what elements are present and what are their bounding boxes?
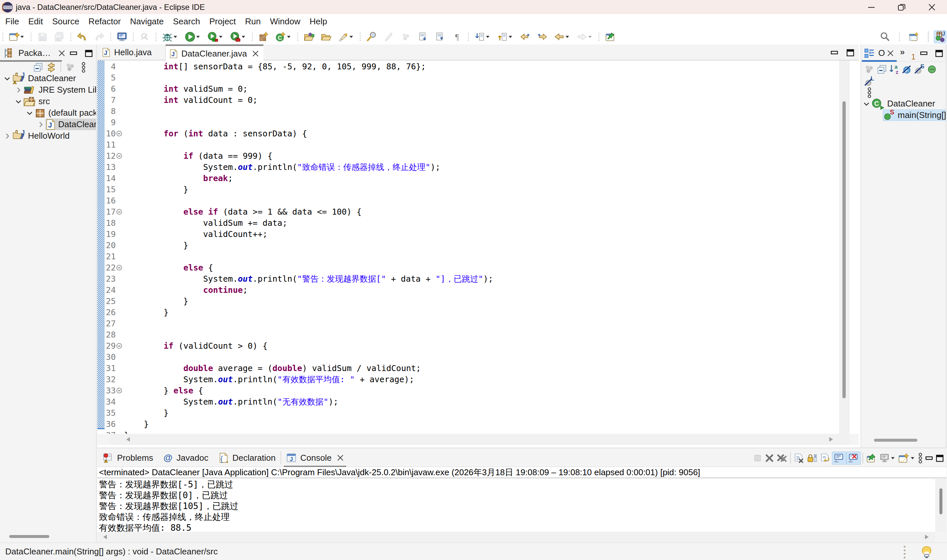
dropdown-arrow-icon[interactable] (348, 30, 354, 43)
hide-non-public-button[interactable] (925, 64, 938, 75)
view-overflow-indicator[interactable]: »1 (900, 47, 920, 60)
console-output[interactable]: 警告：发现越界数据[-5]，已跳过警告：发现越界数据[0]，已跳过警告：发现越界… (97, 479, 935, 532)
expand-export-button[interactable] (494, 30, 517, 43)
external-tools-button[interactable] (227, 30, 249, 43)
next-annotation-button[interactable] (414, 30, 431, 43)
menu-project[interactable]: Project (205, 17, 240, 27)
minimize-view-icon[interactable] (920, 49, 928, 57)
run-button[interactable] (182, 30, 204, 43)
fold-collapse-icon[interactable] (116, 388, 122, 393)
view-menu-button[interactable] (77, 62, 90, 72)
debug-button[interactable] (159, 30, 182, 43)
dropdown-arrow-icon[interactable] (508, 30, 513, 43)
save-button[interactable] (34, 30, 51, 43)
fold-collapse-icon[interactable] (116, 131, 122, 136)
tree-item-datacleaner-java[interactable]: JDataCleaner.java (0, 118, 97, 130)
chevron-down-icon[interactable] (26, 109, 34, 117)
editor-content[interactable]: 4567891011121314151617181920212223242526… (97, 60, 859, 434)
menu-navigate[interactable]: Navigate (125, 17, 168, 27)
mark-occurrences-button[interactable] (136, 30, 153, 43)
highlight-marker-button[interactable] (335, 30, 357, 43)
dropdown-arrow-icon[interactable] (587, 30, 593, 43)
new-class-button[interactable]: C (272, 30, 295, 43)
code-text[interactable]: int[] sensorData = {85, -5, 92, 0, 105, … (124, 61, 493, 434)
maximize-view-icon[interactable] (935, 49, 943, 57)
hide-static-button[interactable]: S (913, 64, 925, 75)
hide-fields-button[interactable]: F (901, 64, 913, 75)
dropdown-arrow-icon[interactable] (195, 30, 201, 43)
close-icon[interactable] (887, 49, 895, 57)
minimize-view-icon[interactable] (70, 49, 78, 57)
fold-collapse-icon[interactable] (116, 153, 122, 159)
menu-edit[interactable]: Edit (24, 17, 48, 27)
maximize-button[interactable] (935, 452, 945, 465)
save-all-button[interactable] (51, 30, 68, 43)
tree-item-main-string-args-void[interactable]: Smain(String[] args) : void (861, 109, 946, 121)
terminate-button[interactable] (752, 452, 764, 465)
display-selected-console-button[interactable] (878, 452, 897, 465)
dropdown-arrow-icon[interactable] (890, 457, 896, 460)
word-wrap-button[interactable] (819, 452, 832, 465)
dropdown-arrow-icon[interactable] (286, 30, 292, 43)
console-hscrollbar[interactable] (97, 532, 935, 543)
package-explorer-hscrollbar[interactable] (9, 535, 49, 538)
editor-tab-hello-java[interactable]: JHello.java (97, 45, 166, 60)
collapse-import-button[interactable] (471, 30, 494, 43)
undo-button[interactable] (74, 30, 91, 43)
scroll-left-icon[interactable] (103, 535, 107, 539)
coverage-button[interactable] (204, 30, 227, 43)
minimize-button[interactable] (924, 452, 935, 465)
tab-package-explorer[interactable]: Package Explorer (3, 45, 66, 62)
chevron-down-icon[interactable] (862, 100, 870, 108)
menu-source[interactable]: Source (48, 17, 84, 27)
focus-disabled-button[interactable] (64, 62, 77, 72)
chevron-right-icon[interactable] (14, 86, 22, 94)
tab-outline[interactable]: Outline (864, 45, 895, 62)
forward-to-edit-button[interactable] (534, 30, 551, 43)
console-vscrollbar[interactable] (939, 488, 942, 514)
focus-disabled-button[interactable] (863, 64, 876, 75)
remove-launch-button[interactable] (764, 452, 775, 465)
open-perspective-button[interactable] (905, 30, 923, 43)
editor-vscrollbar[interactable] (842, 101, 846, 398)
outline-hscrollbar[interactable] (874, 439, 918, 442)
tree-item-src[interactable]: src (0, 95, 97, 107)
editor-outline-sash[interactable] (859, 45, 861, 448)
clear-console-button[interactable] (793, 452, 805, 465)
close-icon[interactable] (251, 50, 259, 57)
close-window-button[interactable] (917, 0, 947, 14)
search-flashlight-button[interactable] (363, 30, 380, 43)
chevron-right-icon[interactable] (37, 121, 45, 129)
view-menu-button[interactable] (863, 87, 876, 98)
new-wizard-button[interactable] (6, 30, 28, 43)
tree-item-datacleaner[interactable]: JDataCleaner (0, 72, 97, 84)
scroll-left-icon[interactable] (126, 437, 130, 442)
menu-file[interactable]: File (1, 17, 24, 27)
minimize-view-icon[interactable] (831, 49, 839, 57)
search-big-button[interactable] (876, 30, 893, 43)
dropdown-arrow-icon[interactable] (172, 30, 178, 43)
dropdown-arrow-icon[interactable] (910, 457, 915, 460)
pin-group-button[interactable] (397, 30, 414, 43)
show-whitespace-button[interactable]: ¶ (448, 30, 466, 43)
editor-hscrollbar[interactable] (110, 434, 849, 445)
tree-item-datacleaner[interactable]: CDataCleaner (861, 98, 946, 109)
menu-help[interactable]: Help (305, 17, 332, 27)
open-console-button[interactable] (897, 452, 917, 465)
chevron-down-icon[interactable] (14, 98, 22, 106)
new-java-project-button[interactable] (255, 30, 272, 43)
dropdown-arrow-icon[interactable] (485, 30, 491, 43)
sort-alpha-button[interactable]: az (888, 64, 901, 75)
open-type-button[interactable] (300, 30, 318, 43)
show-on-stdout-button[interactable] (832, 452, 846, 465)
back-history-button[interactable] (551, 30, 573, 43)
back-to-last-edit-button[interactable] (517, 30, 534, 43)
redo-button[interactable] (91, 30, 108, 43)
hide-local-types-button[interactable]: L (863, 76, 876, 87)
dropdown-arrow-icon[interactable] (241, 30, 246, 43)
view-menu-button[interactable] (917, 452, 924, 465)
maximize-view-icon[interactable] (85, 49, 93, 57)
menu-refactor[interactable]: Refactor (84, 17, 125, 27)
open-console-view-button[interactable] (114, 30, 131, 43)
dropdown-arrow-icon[interactable] (565, 30, 570, 43)
